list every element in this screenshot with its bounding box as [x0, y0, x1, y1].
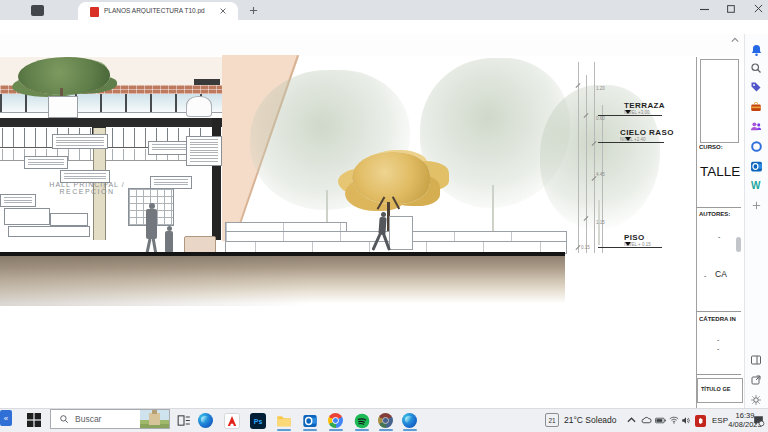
taskbar-edge-icon[interactable]: [198, 413, 214, 429]
dimension-value: 1.20: [596, 86, 605, 91]
catedra-dash: -: [717, 345, 719, 352]
add-sidebar-app-icon[interactable]: [751, 200, 762, 211]
planter-box: [48, 96, 78, 118]
search-highlight-image[interactable]: [140, 410, 169, 428]
hall-label-line1: HALL PRINCIPAL /: [28, 181, 146, 188]
open-app-indicator: [403, 429, 417, 431]
annotation-callout: [24, 156, 68, 169]
active-tab[interactable]: PLANOS ARQUITECTURA T10.pd: [78, 2, 238, 20]
open-app-indicator: [277, 429, 291, 431]
taskbar-overflow-chip[interactable]: «: [0, 410, 12, 426]
autores-dash: -: [704, 272, 706, 279]
level-marker-triangle: [625, 137, 631, 141]
task-view-icon[interactable]: [177, 414, 191, 427]
maximize-icon[interactable]: [727, 5, 735, 13]
curso-label: CURSO:: [699, 144, 723, 150]
dimension-value: 0.60: [596, 116, 605, 121]
reception-desk: [4, 208, 50, 225]
minimize-icon[interactable]: [700, 8, 709, 11]
titleblock-divider: [696, 207, 741, 208]
level-label-cielo-raso: CIELO RASO: [620, 128, 674, 137]
taskbar-outlook-icon[interactable]: [302, 413, 318, 429]
wifi-icon[interactable]: [669, 416, 679, 424]
level-label-terraza: TERRAZA: [624, 101, 665, 110]
taskbar-spotify-icon[interactable]: [354, 413, 370, 429]
start-button[interactable]: [27, 413, 41, 427]
taskbar-search-box[interactable]: Buscar: [50, 409, 170, 429]
reception-counter: [50, 213, 88, 226]
address-bar-row: Archivo D:/Users/JOAR/Desktop/UPN/T10/EN…: [0, 20, 768, 34]
dimension-value: 1.15: [596, 220, 605, 225]
titleblock-logo-box: [700, 59, 739, 143]
taskbar-chrome-profile2-icon[interactable]: [378, 413, 394, 429]
scrollbar-thumb[interactable]: [736, 237, 741, 252]
open-external-icon[interactable]: [750, 374, 762, 386]
open-app-indicator: [329, 429, 343, 431]
onedrive-cloud-icon[interactable]: [641, 416, 652, 424]
person-child-body: [165, 231, 173, 253]
titleblock-divider: [696, 374, 741, 375]
taskbar-chrome-icon[interactable]: [328, 413, 344, 429]
level-marker-triangle: [625, 242, 631, 246]
shield-glyph: [699, 418, 703, 424]
titleblock-border: [696, 57, 697, 408]
people-contacts-icon[interactable]: [749, 120, 763, 133]
taskbar-photoshop-icon[interactable]: Ps: [250, 413, 266, 429]
level-line: [598, 115, 662, 116]
tab-title: PLANOS ARQUITECTURA T10.pd: [104, 7, 214, 14]
autores-label: AUTORES:: [699, 211, 730, 217]
browser-window: PLANOS ARQUITECTURA T10.pd Archivo D:/Us…: [0, 0, 768, 432]
level-line: [598, 247, 662, 248]
level-marker-triangle: [625, 110, 631, 114]
w-app-icon[interactable]: W: [751, 180, 760, 191]
weather-badge-icon[interactable]: 21: [545, 413, 559, 427]
dimension-value: 4.45: [596, 172, 605, 177]
curso-value: TALLE: [700, 164, 740, 179]
close-tab-icon[interactable]: [219, 7, 227, 15]
castle-tower: [152, 410, 157, 414]
new-tab-icon[interactable]: [249, 6, 258, 15]
level-label-piso: PISO: [624, 233, 645, 242]
battery-icon[interactable]: [655, 417, 666, 424]
level-line: [598, 142, 664, 143]
cabinet-row: [8, 226, 90, 237]
titulo-label: TÍTULO GE: [701, 386, 730, 392]
open-app-indicator: [355, 429, 369, 431]
search-icon: [59, 414, 69, 424]
tray-expand-icon[interactable]: [627, 417, 636, 423]
sidebar-search-icon[interactable]: [750, 62, 762, 74]
security-shield-icon[interactable]: [695, 415, 706, 427]
lounge-chair: [186, 96, 212, 117]
open-app-indicator: [379, 429, 393, 431]
notification-center-icon[interactable]: [752, 414, 765, 427]
tree-crown: [18, 57, 110, 95]
taskbar-edge-active-icon[interactable]: [402, 413, 418, 429]
dimension-value: 0.15: [581, 245, 590, 250]
pdf-toolbar: Dibujar Lectura en voz alta de 22: [0, 34, 744, 57]
pdf-favicon: [90, 7, 99, 17]
dimension-line: [602, 105, 603, 253]
autores-value: CA: [715, 269, 727, 279]
dimension-line: [578, 62, 579, 253]
close-window-icon[interactable]: [754, 4, 763, 13]
weather-text[interactable]: 21°C Soleado: [564, 415, 617, 425]
games-ring-icon[interactable]: [750, 140, 763, 153]
shopping-tag-icon[interactable]: [750, 81, 762, 93]
catedra-label: CÁTEDRA IN: [699, 316, 736, 322]
sidebar-settings-gear-icon[interactable]: [750, 394, 762, 406]
workspaces-icon[interactable]: [31, 5, 44, 16]
castle-image: [149, 413, 160, 425]
open-app-indicator: [303, 429, 317, 431]
volume-icon[interactable]: [681, 416, 691, 425]
notification-bell-icon[interactable]: [750, 44, 763, 57]
taskbar-file-explorer-icon[interactable]: [276, 413, 292, 429]
scrollbar-up-icon[interactable]: [731, 37, 739, 43]
tab-strip: PLANOS ARQUITECTURA T10.pd: [0, 0, 768, 20]
titleblock-divider: [696, 311, 741, 312]
outlook-icon[interactable]: [750, 160, 763, 173]
ground-texture: [0, 256, 565, 306]
taskbar-acrobat-icon[interactable]: [224, 413, 240, 429]
sidebar-panel-icon[interactable]: [750, 354, 762, 366]
catedra-dash: -: [717, 336, 719, 343]
m365-briefcase-icon[interactable]: [750, 101, 762, 113]
